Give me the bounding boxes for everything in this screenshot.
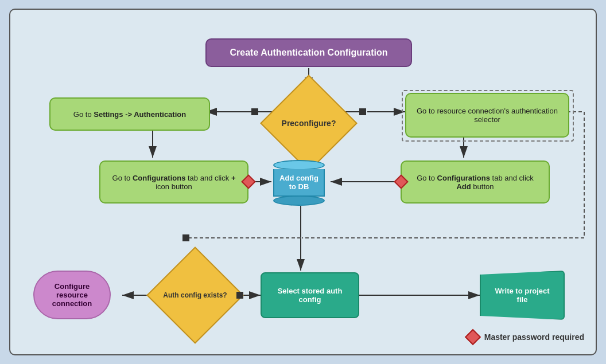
config-tab-right-label: Go to Configurations tab and click Add b… [410, 174, 541, 191]
sq-connector-auth-right [236, 292, 243, 299]
resource-connection-label: Go to resource connection's authenticati… [414, 107, 560, 124]
config-tab-left-label: Go to Configurations tab and click + ico… [108, 174, 239, 191]
write-project-label: Write to project file [489, 287, 556, 304]
sq-connector-dotted-top [182, 234, 189, 241]
add-config-db-node: Add config to DB [273, 160, 325, 206]
legend: Master password required [467, 331, 584, 343]
write-project-node: Write to project file [480, 271, 565, 320]
select-stored-label: Select stored auth config [270, 287, 350, 304]
legend-label: Master password required [484, 332, 584, 342]
sq-connector-left [251, 108, 258, 115]
settings-auth-node: Go to Settings -> Authentication [49, 97, 210, 131]
add-config-label: Add config to DB [277, 174, 321, 191]
config-tab-left-node: Go to Configurations tab and click + ico… [99, 161, 248, 203]
title-label: Create Authentication Configuration [230, 48, 388, 58]
configure-resource-label: Configure resource connection [44, 282, 100, 308]
diagram-container: Create Authentication Configuration Prec… [9, 9, 597, 355]
preconfigure-label: Preconfigure? [274, 89, 343, 158]
sq-connector-right [359, 108, 366, 115]
config-tab-right-node: Go to Configurations tab and click Add b… [401, 161, 550, 203]
settings-auth-label: Go to Settings -> Authentication [73, 110, 186, 119]
legend-diamond-icon [465, 329, 481, 345]
resource-connection-node: Go to resource connection's authenticati… [405, 93, 569, 138]
cylinder-body: Add config to DB [273, 169, 325, 197]
cylinder-bottom [273, 195, 325, 206]
configure-resource-node: Configure resource connection [33, 271, 111, 319]
select-stored-node: Select stored auth config [261, 272, 359, 318]
auth-config-label: Auth config exists? [161, 261, 230, 330]
title-node: Create Authentication Configuration [205, 38, 412, 67]
